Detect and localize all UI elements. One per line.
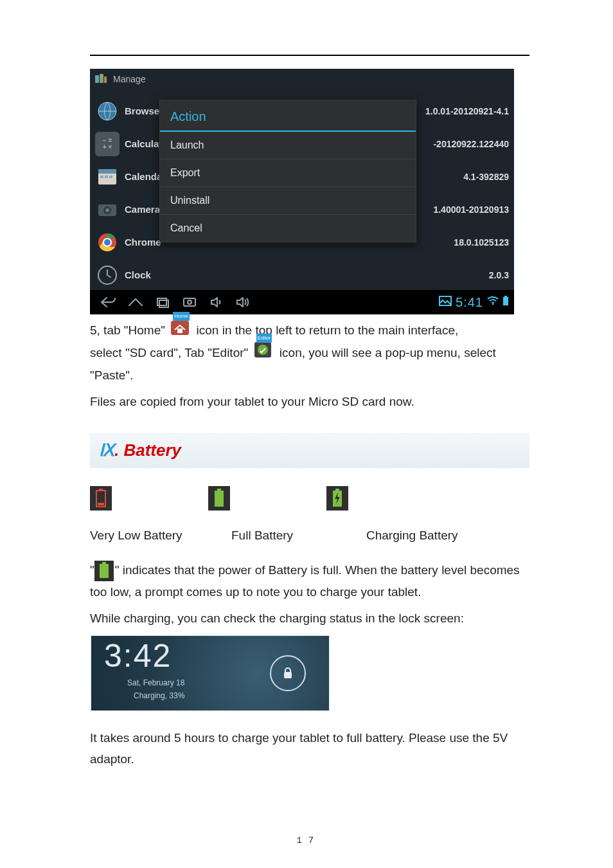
instruction-step-5: 5, tab "Home" Home icon in the top left … [90,320,529,386]
camera-icon [95,197,120,222]
step5-text-c: select "SD card", Tab "Editor" [90,346,252,359]
svg-rect-24 [504,296,507,297]
copy-done-text: Files are copied from your tablet to you… [90,391,529,412]
clock-icon [95,263,120,287]
svg-rect-32 [217,489,221,491]
popup-item-export[interactable]: Export [160,159,416,187]
battery-low-icon [90,486,112,511]
page-number: １７ [0,835,613,846]
popup-title: Action [160,100,416,132]
calculator-icon: − =+ × [95,132,120,156]
home-inline-icon: Home [171,320,190,341]
svg-point-22 [492,303,494,305]
navbar-clock: 5:41 [456,295,483,310]
svg-rect-6 [98,169,116,174]
lock-ring[interactable] [270,655,306,691]
nav-voldown-icon[interactable] [203,293,230,311]
nav-battery-icon [502,296,509,309]
battery-charging-label: Charging Battery [366,529,458,543]
svg-rect-7 [100,176,103,178]
app-version: 4.1-392829 [463,172,509,182]
android-titlebar: Manage [90,69,514,89]
svg-rect-9 [109,176,112,178]
nav-home-icon[interactable] [122,293,149,311]
app-version: 1.40001-20120913 [433,204,509,215]
step5-text-a: 5, tab "Home" [90,323,165,337]
charge-duration-text: It takes around 5 hours to charge your t… [90,727,529,770]
app-version: -20120922.122440 [433,139,509,149]
lock-icon [282,667,294,680]
battery-full-icon [208,486,230,511]
app-name: Chrome [125,237,161,248]
lock-date: Sat, February 18 [127,678,184,687]
svg-rect-36 [284,672,292,678]
app-version: 2.0.3 [489,270,509,280]
browser-icon [95,99,120,123]
svg-rect-8 [105,176,108,178]
popup-item-launch[interactable]: Launch [160,132,416,159]
lock-time: 3:42 [104,637,172,674]
svg-rect-33 [215,491,224,507]
nav-screenshot-icon[interactable] [176,293,203,311]
manage-app-icon [94,72,108,86]
svg-rect-26 [177,329,182,333]
svg-point-28 [258,345,268,355]
lock-charge-status: Charging, 33% [134,691,184,700]
nav-volup-icon[interactable] [230,293,257,311]
svg-point-12 [105,208,109,212]
editor-inline-icon: Editor [254,342,274,364]
app-version: 18.0.1025123 [454,237,509,248]
popup-item-cancel[interactable]: Cancel [160,215,416,242]
battery-labels-row: Very Low Battery Full Battery Charging B… [90,529,529,543]
app-version: 1.0.01-20120921-4.1 [425,106,509,116]
chrome-icon [95,230,120,255]
svg-rect-1 [100,74,103,83]
section-header: Ⅸ. Battery [90,433,529,468]
battery-full-inline-icon [94,561,114,581]
battery-full-explain: "" indicates that the power of Battery i… [90,559,529,602]
app-row-clock[interactable]: Clock 2.0.3 [90,258,514,291]
battery-icons-row [90,486,529,511]
svg-rect-23 [503,297,508,305]
android-screenshot: Manage Browser 1.0.01-20120921-4.1 − =+ … [90,69,514,314]
step5-text-b: icon in the top left to return to the ma… [197,323,459,337]
nav-wifi-icon [487,296,499,308]
app-name: Browser [125,105,163,116]
top-rule [90,55,529,56]
android-navbar: 5:41 [90,290,514,314]
popup-item-uninstall[interactable]: Uninstall [160,187,416,215]
svg-point-20 [188,300,191,304]
charging-status-text: While charging, you can check the chargi… [90,608,529,629]
app-name: Clock [125,269,151,280]
battery-full-label: Full Battery [231,529,328,543]
nav-back-icon[interactable] [95,293,122,311]
svg-rect-34 [335,489,339,491]
battery-low-label: Very Low Battery [90,529,193,543]
svg-rect-0 [95,75,99,83]
svg-rect-2 [104,77,107,83]
section-number: Ⅸ [99,441,114,460]
svg-rect-31 [98,503,104,505]
nav-gallery-icon[interactable] [439,296,452,309]
svg-rect-19 [184,298,195,306]
battery-charging-icon [326,486,348,511]
app-name: Camera [125,204,160,215]
action-popup: Action Launch Export Uninstall Cancel [159,100,416,242]
nav-recent-icon[interactable] [149,293,176,311]
lockscreen-screenshot: 3:42 Sat, February 18 Charging, 33% [90,635,330,712]
android-title: Manage [113,74,146,84]
calendar-icon [95,165,120,189]
section-title: Battery [123,440,181,460]
